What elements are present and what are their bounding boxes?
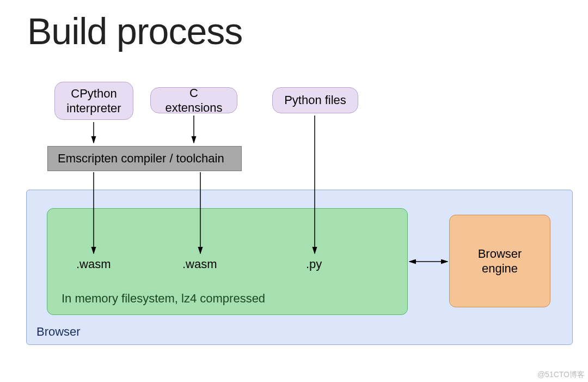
browser-label: Browser [36,324,81,339]
node-emscripten: Emscripten compiler / toolchain [47,146,242,171]
node-py: .py [306,257,322,271]
node-wasm-2: .wasm [182,257,217,271]
node-python-files: Python files [272,87,358,113]
slide-title: Build process [27,10,242,52]
node-browser-engine: Browserengine [449,215,550,307]
node-wasm-1: .wasm [76,257,111,271]
node-cpython: CPythoninterpreter [54,82,133,120]
watermark-text: @51CTO博客 [537,370,585,380]
filesystem-caption: In memory filesystem, lz4 compressed [62,291,265,306]
node-c-extensions: C extensions [150,87,237,113]
